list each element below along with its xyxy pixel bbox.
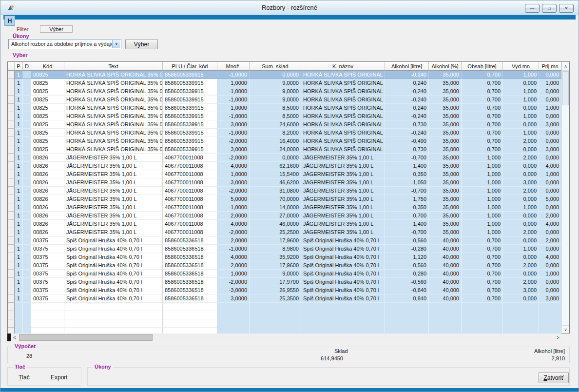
grid-cell[interactable]: 0,000 xyxy=(539,187,561,195)
grid-cell[interactable]: 1 xyxy=(15,178,23,187)
grid-cell[interactable]: 2,000 xyxy=(503,261,539,270)
grid-cell[interactable]: 0,000 xyxy=(539,129,561,137)
grid-cell[interactable]: 8586005339915 xyxy=(163,87,217,96)
grid-cell[interactable]: 0,700 xyxy=(462,261,503,270)
horizontal-scrollbar[interactable]: < > xyxy=(7,333,570,341)
grid-cell[interactable]: 35,000 xyxy=(429,96,462,104)
grid-cell[interactable]: Spiš Originál Hruška 40% 0,70 l xyxy=(301,253,385,261)
column-header[interactable]: Sum. sklad xyxy=(250,62,301,71)
grid-cell[interactable]: 1,000 xyxy=(462,154,503,162)
grid-cell[interactable]: HORKÁ SLIVKA SPIŠ ORIGINAL 35% xyxy=(301,145,385,154)
grid-cell[interactable]: 0,000 xyxy=(539,278,561,286)
grid-cell[interactable]: HORKÁ SLIVKA SPIŠ ORIGINAL 35% xyxy=(301,137,385,145)
grid-cell[interactable]: 1 xyxy=(15,120,23,129)
column-header[interactable]: Prij.mn xyxy=(539,62,561,71)
grid-cell[interactable] xyxy=(23,71,31,79)
row-header-cell[interactable] xyxy=(8,253,15,261)
grid-cell[interactable]: Spiš Originál Hruška 40% 0,70 l xyxy=(301,270,385,278)
minimize-button[interactable]: — xyxy=(525,4,540,13)
grid-cell[interactable]: -1,0000 xyxy=(217,129,250,137)
grid-cell[interactable]: 00375 xyxy=(31,278,64,286)
grid-cell[interactable]: HORKÁ SLIVKA SPIŠ ORIGINAL 35% 0,70 xyxy=(64,120,163,129)
grid-cell[interactable]: 8586005336518 xyxy=(163,286,217,294)
grid-cell[interactable]: 00825 xyxy=(31,104,64,112)
grid-cell[interactable]: Spiš Originál Hruška 40% 0,70 l xyxy=(64,236,163,245)
grid-cell[interactable]: 3,000 xyxy=(539,120,561,129)
grid-cell[interactable]: 9,0000 xyxy=(250,79,301,87)
grid-cell[interactable]: 4067700011008 xyxy=(163,154,217,162)
grid-cell[interactable]: -0,560 xyxy=(385,278,429,286)
grid-cell[interactable]: 4067700011008 xyxy=(163,187,217,195)
grid-cell[interactable]: 1,000 xyxy=(462,228,503,236)
grid-cell[interactable]: 1,000 xyxy=(462,195,503,203)
grid-cell[interactable]: -1,0000 xyxy=(217,96,250,104)
column-header[interactable]: Množ. xyxy=(217,62,250,71)
grid-cell[interactable]: 35,000 xyxy=(429,187,462,195)
grid-cell[interactable]: 00375 xyxy=(31,286,64,294)
grid-cell[interactable]: 8586005336518 xyxy=(163,294,217,303)
grid-cell[interactable]: 0,700 xyxy=(462,286,503,294)
scroll-right-icon[interactable]: > xyxy=(554,333,562,341)
grid-cell[interactable]: -2,0000 xyxy=(217,278,250,286)
grid-cell[interactable]: 9,0000 xyxy=(250,270,301,278)
grid-cell[interactable]: HORKÁ SLIVKA SPIŠ ORIGINAL 35% xyxy=(301,104,385,112)
grid-cell[interactable]: 4067700011008 xyxy=(163,170,217,178)
grid-cell[interactable]: 4,000 xyxy=(539,253,561,261)
grid-cell[interactable]: 0,000 xyxy=(503,145,539,154)
column-header[interactable]: Text xyxy=(64,62,163,71)
grid-cell[interactable]: 1,000 xyxy=(462,178,503,187)
grid-cell[interactable]: Spiš Originál Hruška 40% 0,70 l xyxy=(64,286,163,294)
grid-cell[interactable]: 0,700 xyxy=(462,137,503,145)
grid-cell[interactable]: 4,0000 xyxy=(217,220,250,228)
grid-cell[interactable]: HORKÁ SLIVKA SPIŠ ORIGINAL 35% 0,70 xyxy=(64,96,163,104)
grid-cell[interactable]: 14,0000 xyxy=(250,203,301,212)
grid-cell[interactable]: 35,000 xyxy=(429,137,462,145)
grid-cell[interactable]: 0,700 xyxy=(462,236,503,245)
grid-cell[interactable]: 0,000 xyxy=(503,236,539,245)
grid-cell[interactable]: 40,000 xyxy=(429,278,462,286)
row-header-cell[interactable] xyxy=(8,178,15,187)
grid-cell[interactable]: 0,700 xyxy=(462,104,503,112)
row-header-cell[interactable] xyxy=(8,270,15,278)
grid-cell[interactable]: 4067700011008 xyxy=(163,162,217,170)
grid-cell[interactable]: 0,000 xyxy=(539,245,561,253)
grid-cell[interactable]: 0,000 xyxy=(503,270,539,278)
grid-cell[interactable]: 1 xyxy=(15,236,23,245)
grid-cell[interactable]: 1,000 xyxy=(462,170,503,178)
grid-cell[interactable]: 2,0000 xyxy=(217,236,250,245)
grid-cell[interactable]: -1,0000 xyxy=(217,203,250,212)
export-button[interactable]: Export xyxy=(51,374,68,381)
grid-cell[interactable]: 00825 xyxy=(31,79,64,87)
grid-cell[interactable]: 0,0000 xyxy=(250,154,301,162)
grid-cell[interactable]: 0,700 xyxy=(462,270,503,278)
grid-cell[interactable]: Spiš Originál Hruška 40% 0,70 l xyxy=(64,278,163,286)
grid-cell[interactable] xyxy=(23,253,31,261)
grid-cell[interactable]: 0,840 xyxy=(385,294,429,303)
grid-cell[interactable]: 0,000 xyxy=(539,261,561,270)
grid-cell[interactable]: 4067700011008 xyxy=(163,195,217,203)
grid-cell[interactable]: 0,000 xyxy=(539,228,561,236)
grid-cell[interactable]: 35,000 xyxy=(429,203,462,212)
grid-cell[interactable]: 3,000 xyxy=(539,294,561,303)
grid-cell[interactable]: -0,240 xyxy=(385,87,429,96)
grid-cell[interactable]: -2,0000 xyxy=(217,187,250,195)
row-header-cell[interactable] xyxy=(8,245,15,253)
grid-cell[interactable]: 35,000 xyxy=(429,112,462,120)
grid-cell[interactable]: 4067700011008 xyxy=(163,178,217,187)
grid-cell[interactable]: 0,240 xyxy=(385,104,429,112)
grid-cell[interactable]: 1 xyxy=(15,162,23,170)
grid-cell[interactable]: JÄGERMEISTER 35% 1,00 L xyxy=(64,162,163,170)
grid-cell[interactable]: 1 xyxy=(15,278,23,286)
vertical-scrollbar[interactable]: ∧ ∨ xyxy=(561,62,569,333)
grid-cell[interactable]: 0,730 xyxy=(385,145,429,154)
grid-cell[interactable]: 0,000 xyxy=(503,212,539,220)
grid-cell[interactable]: 2,000 xyxy=(503,228,539,236)
grid-cell[interactable]: 1,0000 xyxy=(217,170,250,178)
grid-cell[interactable]: 0,000 xyxy=(539,286,561,294)
grid-cell[interactable]: Spiš Originál Hruška 40% 0,70 l xyxy=(301,236,385,245)
grid-cell[interactable]: 0,000 xyxy=(539,178,561,187)
grid-cell[interactable]: 4,000 xyxy=(539,162,561,170)
grid-cell[interactable]: 35,000 xyxy=(429,104,462,112)
grid-cell[interactable]: -1,0000 xyxy=(217,112,250,120)
grid-cell[interactable]: 00826 xyxy=(31,154,64,162)
